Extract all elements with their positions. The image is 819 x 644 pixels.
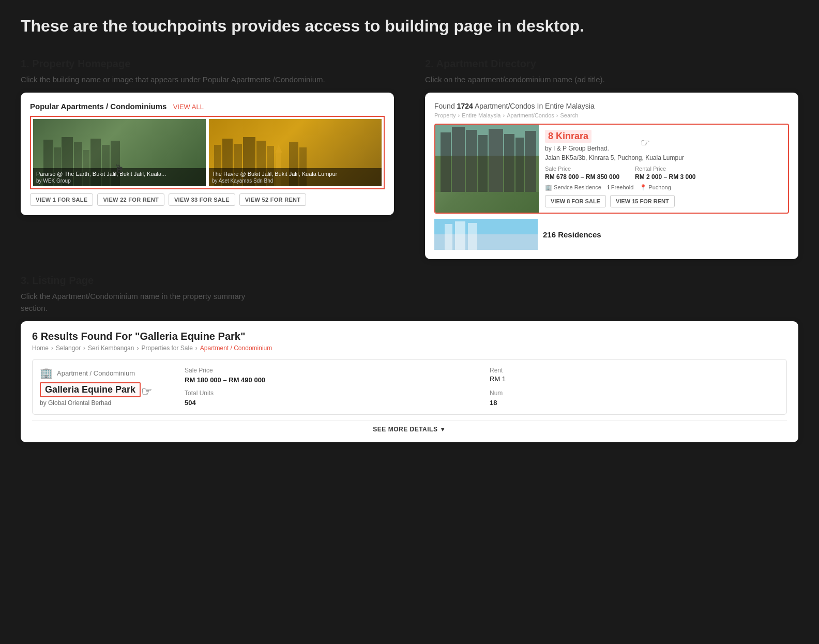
prop-summary-left: 🏢 Apartment / Condominium Galleria Equin… xyxy=(40,367,174,407)
section2-label: 2. Apartment Directory xyxy=(425,58,798,70)
section2-card: Found 1724 Apartment/Condos In Entire Ma… xyxy=(425,93,798,259)
listing2-row: 216 Residences xyxy=(434,219,789,250)
building-icon: 🏢 xyxy=(40,367,53,379)
property-summary: 🏢 Apartment / Condominium Galleria Equin… xyxy=(32,359,787,415)
section1-label: 1. Property Homepage xyxy=(21,58,394,70)
prop-summary-right: Sale Price RM 180 000 – RM 490 000 Rent … xyxy=(185,367,779,407)
listing1-tags: 🏢 Service Residence ℹ Freehold 📍 Puchong xyxy=(545,184,782,191)
cursor-icon-1: 🖱 xyxy=(114,162,125,176)
property2-caption: The Havre @ Bukit Jalil, Bukit Jalil, Ku… xyxy=(209,168,382,186)
svg-rect-28 xyxy=(525,131,536,192)
page-title: These are the touchpoints provides acces… xyxy=(21,16,798,37)
sale-price-col: Sale Price RM 678 000 – RM 850 000 xyxy=(545,166,619,181)
listing1-image xyxy=(435,125,539,213)
listing1-sale-btn[interactable]: VIEW 8 FOR SALE xyxy=(545,195,606,207)
listing1-name[interactable]: 8 Kinrara xyxy=(545,130,592,143)
section1: 1. Property Homepage Click the building … xyxy=(21,58,394,260)
section3-label: 3. Listing Page xyxy=(21,275,798,287)
section1-desc: Click the building name or image that ap… xyxy=(21,74,394,86)
listing-page-card: 6 Results Found For "Galleria Equine Par… xyxy=(21,321,798,442)
popular-section-title: Popular Apartments / Condominiums VIEW A… xyxy=(30,102,385,111)
property1-rent-btn[interactable]: VIEW 22 FOR RENT xyxy=(97,193,164,206)
svg-rect-27 xyxy=(515,138,524,192)
section1-card: Popular Apartments / Condominiums VIEW A… xyxy=(21,93,394,215)
num-detail: Num 18 xyxy=(490,390,779,407)
section2-desc: Click on the apartment/condominium name … xyxy=(425,74,798,86)
section3: 3. Listing Page Click the Apartment/Cond… xyxy=(21,275,798,442)
property1-sale-btn[interactable]: VIEW 1 FOR SALE xyxy=(30,193,93,206)
listing1-buttons: VIEW 8 FOR SALE VIEW 15 FOR RENT xyxy=(545,195,782,207)
listing1-rent-btn[interactable]: VIEW 15 FOR RENT xyxy=(610,195,675,207)
sale-price-detail: Sale Price RM 180 000 – RM 490 000 xyxy=(185,367,474,384)
listing1-prices: Sale Price RM 678 000 – RM 850 000 Renta… xyxy=(545,166,782,181)
property2-image[interactable]: The Havre @ Bukit Jalil, Bukit Jalil, Ku… xyxy=(209,119,382,186)
listing2-name[interactable]: 216 Residences xyxy=(543,230,601,239)
section3-desc: Click the Apartment/Condominium name in … xyxy=(21,291,798,314)
rental-price-col: Rental Price RM 2 000 – RM 3 000 xyxy=(635,166,695,181)
svg-rect-32 xyxy=(455,221,465,250)
svg-rect-22 xyxy=(452,127,465,192)
listing1-developer: by I & P Group Berhad. xyxy=(545,145,782,152)
see-more-button[interactable]: SEE MORE DETAILS ▼ xyxy=(32,420,787,433)
svg-rect-24 xyxy=(478,135,488,192)
view-all-link[interactable]: VIEW ALL xyxy=(173,103,204,111)
listing1-address: Jalan BK5a/3b, Kinrara 5, Puchong, Kuala… xyxy=(545,154,782,161)
results-title: 6 Results Found For "Galleria Equine Par… xyxy=(32,331,787,342)
svg-rect-23 xyxy=(466,130,477,192)
svg-rect-33 xyxy=(468,223,477,250)
prop-type-row: 🏢 Apartment / Condominium xyxy=(40,367,174,379)
section2: 2. Apartment Directory Click on the apar… xyxy=(425,58,798,260)
svg-rect-25 xyxy=(489,129,503,192)
listing-breadcrumb: Home› Selangor› Seri Kembangan› Properti… xyxy=(32,345,787,352)
listing1-details: 8 Kinrara ☞ by I & P Group Berhad. Jalan… xyxy=(539,125,788,213)
prop-type-label: Apartment / Condominium xyxy=(57,369,135,377)
property2-sale-btn[interactable]: VIEW 33 FOR SALE xyxy=(169,193,235,206)
svg-rect-21 xyxy=(441,132,451,192)
rental-detail: Rent RM 1 xyxy=(490,367,779,384)
listing2-image xyxy=(434,219,538,250)
prop-developer: by Global Oriental Berhad xyxy=(40,399,174,407)
cursor-hand-icon: ☞ xyxy=(141,384,153,399)
directory-breadcrumb: Property›Entire Malaysia›Apartment/Condo… xyxy=(434,112,789,118)
svg-rect-26 xyxy=(504,134,514,192)
property2-rent-btn[interactable]: VIEW 52 FOR RENT xyxy=(239,193,306,206)
property-images-grid: Paraiso @ The Earth, Bukit Jalil, Bukit … xyxy=(30,116,385,189)
total-units-detail: Total Units 504 xyxy=(185,390,474,407)
property1-image[interactable]: Paraiso @ The Earth, Bukit Jalil, Bukit … xyxy=(33,119,206,186)
svg-rect-31 xyxy=(445,224,452,250)
listing1-card: 8 Kinrara ☞ by I & P Group Berhad. Jalan… xyxy=(434,124,789,214)
svg-marker-15 xyxy=(275,145,282,153)
prop-name-highlighted[interactable]: Galleria Equine Park xyxy=(40,382,141,397)
property1-actions: VIEW 1 FOR SALE VIEW 22 FOR RENT VIEW 33… xyxy=(30,193,385,206)
found-header: Found 1724 Apartment/Condos In Entire Ma… xyxy=(434,102,789,110)
